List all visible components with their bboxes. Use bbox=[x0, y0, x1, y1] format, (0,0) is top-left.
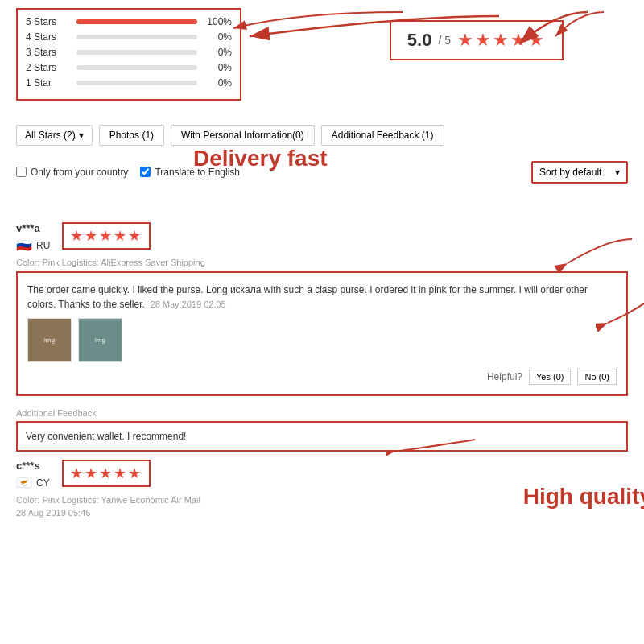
rating-row-2stars: 2 Stars 0% bbox=[26, 62, 232, 73]
bar-bg-1 bbox=[76, 80, 197, 85]
review-text-1: The order came quickly. I liked the purs… bbox=[27, 283, 617, 312]
options-row: Only from your country Translate to Engl… bbox=[16, 154, 628, 190]
review-image-1b[interactable]: img bbox=[78, 318, 122, 362]
reviewer-name-1: v***a bbox=[16, 222, 50, 234]
bar-bg-2 bbox=[76, 65, 197, 70]
cy-flag-icon: 🇨🇾 bbox=[16, 475, 32, 490]
bar-percent-2: 0% bbox=[204, 62, 232, 73]
reviewer-country-1: 🇷🇺 RU bbox=[16, 237, 50, 253]
reviewer-name-2: c***s bbox=[16, 460, 50, 472]
high-quality-label: High quality bbox=[523, 484, 644, 510]
additional-feedback-label: Additional Feedback bbox=[16, 408, 628, 418]
feedback-text: Very convenient wallet. I recommend! bbox=[26, 431, 186, 442]
bar-percent-4: 0% bbox=[204, 31, 232, 43]
photos-tab[interactable]: Photos (1) bbox=[99, 125, 164, 146]
reviewer-country-2: 🇨🇾 CY bbox=[16, 475, 50, 490]
score-divider: / 5 bbox=[438, 34, 451, 47]
rating-label-4: 4 Stars bbox=[26, 31, 70, 43]
bar-percent-3: 0% bbox=[204, 47, 232, 58]
rating-row-1star: 1 Star 0% bbox=[26, 77, 232, 89]
bar-percent-1: 0% bbox=[204, 77, 232, 89]
rating-row-5stars: 5 Stars 100% bbox=[26, 16, 232, 27]
all-stars-dropdown[interactable]: All Stars (2) ▾ bbox=[16, 125, 93, 146]
score-stars: ★★★★★ bbox=[457, 30, 546, 51]
bar-bg-3 bbox=[76, 50, 197, 55]
stars-value-2: ★★★★★ bbox=[70, 465, 142, 481]
arrow-review-box bbox=[596, 287, 644, 335]
rating-row-4stars: 4 Stars 0% bbox=[26, 31, 232, 43]
filter-tabs: All Stars (2) ▾ Photos (1) With Personal… bbox=[16, 125, 628, 146]
arrow-stars-1 bbox=[543, 231, 640, 271]
additional-feedback-section: Additional Feedback Very convenient wall… bbox=[16, 408, 628, 452]
score-box: 5.0 / 5 ★★★★★ bbox=[390, 20, 564, 60]
from-country-option[interactable]: Only from your country bbox=[16, 167, 128, 178]
from-country-checkbox[interactable] bbox=[16, 167, 27, 177]
bar-bg-5 bbox=[76, 19, 197, 24]
rating-row-3stars: 3 Stars 0% bbox=[26, 47, 232, 58]
rating-label-1: 1 Star bbox=[26, 77, 70, 89]
review-images-1: img img bbox=[27, 318, 617, 362]
score-value: 5.0 bbox=[407, 30, 432, 51]
rating-bars-section: 5 Stars 100% 4 Stars 0% 3 Stars 0% bbox=[16, 8, 242, 101]
review-image-1a[interactable]: img bbox=[27, 318, 72, 362]
bar-bg-4 bbox=[76, 35, 197, 39]
rating-label-5: 5 Stars bbox=[26, 16, 70, 27]
ru-flag-icon: 🇷🇺 bbox=[16, 237, 32, 253]
translate-checkbox[interactable] bbox=[140, 167, 151, 177]
personal-info-tab[interactable]: With Personal Information(0) bbox=[171, 125, 315, 146]
feedback-text-box: Very convenient wallet. I recommend! bbox=[16, 421, 628, 452]
review-item-1: v***a 🇷🇺 RU ★★★★★ Color: Pink Logistics:… bbox=[16, 222, 628, 396]
bar-fill-5 bbox=[76, 19, 197, 24]
helpful-row-1: Helpful? Yes (0) No (0) bbox=[27, 369, 617, 385]
additional-feedback-tab[interactable]: Additional Feedback (1) bbox=[321, 125, 444, 146]
rating-label-3: 3 Stars bbox=[26, 47, 70, 58]
shipping-info-1: Color: Pink Logistics: AliExpress Saver … bbox=[16, 258, 628, 267]
stars-value-1: ★★★★★ bbox=[70, 228, 142, 244]
rating-label-2: 2 Stars bbox=[26, 62, 70, 73]
review-item-2: c***s 🇨🇾 CY ★★★★★ High quality Color: Pi… bbox=[16, 460, 628, 518]
bar-percent-5: 100% bbox=[204, 16, 232, 27]
review-box-1: The order came quickly. I liked the purs… bbox=[16, 271, 628, 396]
helpful-no-button-1[interactable]: No (0) bbox=[577, 369, 617, 385]
review-stars-1: ★★★★★ bbox=[62, 222, 151, 250]
review-date-1: 28 May 2019 02:05 bbox=[151, 299, 226, 309]
delivery-fast-label: Delivery fast bbox=[193, 146, 328, 171]
sort-dropdown[interactable]: Sort by default ▾ bbox=[531, 161, 628, 184]
helpful-yes-button-1[interactable]: Yes (0) bbox=[529, 369, 571, 385]
review-stars-2: ★★★★★ bbox=[62, 460, 151, 487]
